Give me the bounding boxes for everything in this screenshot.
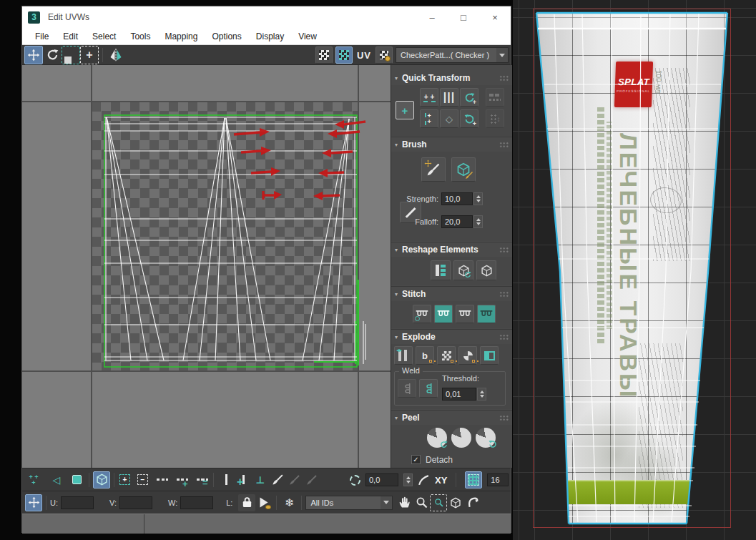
edge-ring-button[interactable] (217, 471, 235, 489)
grip-icon[interactable] (499, 142, 509, 148)
grid-snap-button[interactable] (465, 471, 482, 489)
stitch-to-average-button[interactable] (477, 305, 496, 323)
target-weld-button[interactable] (419, 379, 438, 398)
falloff-spinner[interactable] (473, 215, 483, 228)
polygon-mode-button[interactable] (68, 471, 85, 489)
stitch-to-target-button[interactable] (434, 305, 453, 323)
rotate-ccw-button[interactable]: + (460, 88, 478, 107)
zoom-region-button[interactable] (430, 494, 447, 511)
dropdown-arrow-icon[interactable] (496, 48, 508, 62)
align-to-pivot-button[interactable]: + (235, 471, 252, 489)
grow-selection-button[interactable]: + (119, 474, 130, 485)
explode-by-material-button[interactable] (437, 346, 456, 365)
material-id-dropdown[interactable]: All IDs (305, 496, 393, 510)
relax-until-flat-button[interactable] (453, 260, 473, 280)
move-brush-button[interactable] (421, 157, 446, 182)
zoom-extents-button[interactable] (447, 494, 464, 511)
space-vertical-button[interactable]: ||| (440, 88, 458, 107)
align-perpendicular-button[interactable]: ⊥ (252, 471, 269, 489)
mirror-tool-button[interactable] (107, 46, 125, 64)
edge-mode-button[interactable]: ◁ (48, 471, 65, 489)
soft-selection-spinner[interactable] (403, 473, 413, 486)
threshold-field[interactable]: 0,01 (442, 388, 476, 401)
axis-label[interactable]: XY (435, 475, 447, 486)
rollout-header[interactable]: Brush (391, 137, 512, 152)
menu-item-select[interactable]: Select (85, 28, 123, 44)
rotate-cw-button[interactable]: + (460, 109, 478, 128)
align-to-edge-button[interactable] (486, 88, 504, 107)
paint-select-grow-button[interactable] (286, 471, 303, 489)
soft-selection-field[interactable]: 0,0 (365, 473, 398, 486)
show-map-button[interactable] (315, 46, 333, 64)
distribute-button[interactable]: ↕ (486, 109, 504, 128)
rollout-header[interactable]: Explode (391, 330, 512, 344)
rollout-header[interactable]: Reshape Elements (391, 242, 512, 257)
rollout-header[interactable]: Peel (391, 411, 512, 425)
grip-icon[interactable] (499, 291, 509, 298)
grid-size-field[interactable]: 16 (487, 473, 509, 486)
absolute-offset-mode-button[interactable] (25, 494, 42, 511)
menu-item-display[interactable]: Display (249, 28, 291, 44)
element-mode-button[interactable] (93, 471, 110, 489)
grip-icon[interactable] (499, 247, 509, 253)
rollout-header[interactable]: Stitch (391, 287, 512, 301)
texture-options-button[interactable] (375, 46, 393, 64)
lock-selection-button[interactable] (238, 494, 255, 511)
space-horizontal-button[interactable]: ◇ (440, 109, 458, 128)
zoom-to-gizmo-button[interactable] (464, 494, 481, 511)
w-field[interactable] (180, 496, 213, 509)
title-bar[interactable]: 3 Edit UVWs – □ × (22, 6, 511, 28)
zoom-button[interactable] (413, 494, 430, 511)
threshold-spinner[interactable] (477, 388, 486, 401)
align-vertical-button[interactable]: ++ (420, 109, 438, 128)
menu-item-file[interactable]: File (28, 28, 56, 44)
pattern-selector-dropdown[interactable]: CheckerPatt...( Checker ) (396, 47, 509, 63)
peel-mode-button[interactable] (451, 428, 471, 448)
relax-brush-button[interactable] (451, 157, 476, 182)
reset-peel-button[interactable] (476, 428, 496, 448)
shrink-edge-loop-button[interactable]: = (197, 478, 208, 481)
menu-item-tools[interactable]: Tools (123, 28, 157, 44)
pan-button[interactable] (396, 494, 413, 511)
align-horizontal-button[interactable]: + + (420, 88, 438, 107)
shrink-selection-button[interactable]: − (137, 474, 148, 485)
falloff-field[interactable]: 20,0 (441, 215, 473, 228)
grip-icon[interactable] (499, 415, 509, 421)
weld-selected-button[interactable] (398, 379, 416, 398)
scale-tool-button[interactable] (62, 46, 80, 64)
menu-item-mapping[interactable]: Mapping (157, 28, 205, 44)
strength-field[interactable]: 10,0 (441, 192, 473, 205)
rollout-header[interactable]: Quick Transform (391, 71, 512, 85)
quick-peel-button[interactable] (427, 428, 447, 448)
freeform-tool-button[interactable]: + (80, 46, 99, 64)
minimize-button[interactable]: – (416, 6, 448, 28)
paint-select-button[interactable] (269, 471, 286, 489)
perspective-viewport[interactable]: SPLAT PROFESSIONAL 100 мл ЛЕЧЕБНЫЕ ТРАВЫ (513, 0, 756, 540)
grow-edge-loop-button[interactable]: + (177, 478, 188, 481)
falloff-curve-icon[interactable] (418, 474, 430, 486)
stitch-custom-button[interactable] (413, 305, 431, 323)
dropdown-arrow-icon[interactable] (381, 496, 392, 509)
maximize-button[interactable]: □ (448, 6, 479, 28)
menu-item-edit[interactable]: Edit (56, 28, 85, 44)
close-button[interactable]: × (479, 6, 511, 28)
relax-button[interactable] (476, 260, 496, 280)
menu-item-view[interactable]: View (291, 28, 324, 44)
straighten-selection-button[interactable] (431, 260, 451, 280)
select-edge-loop-button[interactable] (157, 478, 168, 481)
show-checker-active-button[interactable] (335, 46, 353, 64)
soft-selection-icon[interactable] (350, 475, 360, 486)
menu-item-options[interactable]: Options (205, 28, 248, 44)
paint-select-shrink-button[interactable] (303, 471, 320, 489)
strength-spinner[interactable] (473, 192, 483, 205)
v-field[interactable] (119, 496, 152, 509)
explode-by-face-button[interactable] (458, 346, 477, 365)
rotate-tool-button[interactable] (43, 46, 62, 64)
break-button[interactable]: ◂▸ (394, 346, 413, 365)
explode-by-smoothing-button[interactable]: b (416, 346, 434, 365)
u-field[interactable] (61, 496, 94, 509)
stitch-to-source-button[interactable] (456, 305, 474, 323)
freeze-selected-button[interactable]: ❄ (280, 494, 298, 511)
vertex-mode-button[interactable]: + ++ (25, 471, 42, 489)
uv-space-label[interactable]: UV (355, 50, 373, 61)
